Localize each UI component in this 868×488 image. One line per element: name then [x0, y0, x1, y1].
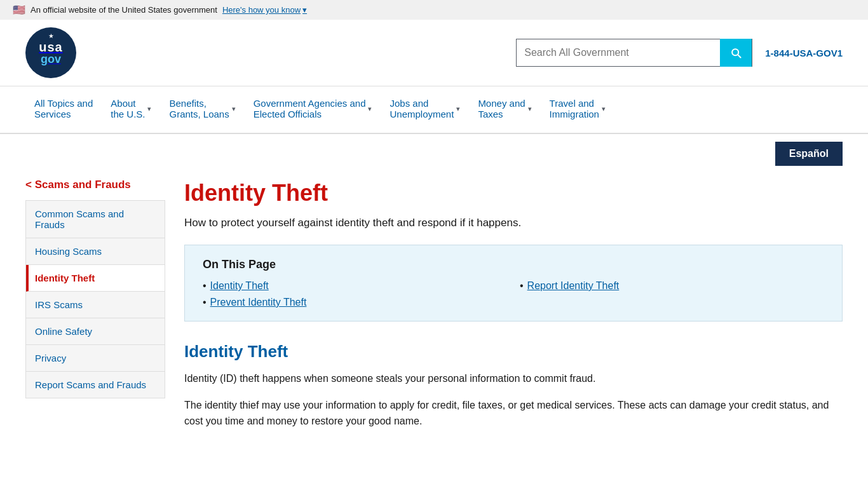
site-header: ★ usa gov 1-844-USA-GOV1 [0, 20, 868, 86]
section-heading-identity-theft: Identity Theft [184, 342, 843, 362]
chevron-icon: ▾ [456, 105, 460, 113]
logo-link[interactable]: ★ usa gov [25, 27, 76, 78]
sidebar-link-identity-theft[interactable]: Identity Theft [26, 265, 165, 292]
sidebar-link-online-safety[interactable]: Online Safety [26, 318, 165, 345]
on-this-page-link-item: Report Identity Theft [520, 280, 824, 292]
logo: ★ usa gov [25, 27, 76, 78]
main-content: Identity Theft How to protect yourself a… [184, 173, 843, 440]
star-icon: ★ [48, 32, 54, 39]
official-text: An official website of the United States… [31, 5, 217, 15]
sidebar-link-common-scams[interactable]: Common Scams and Frauds [26, 201, 165, 238]
sidebar-nav: Common Scams and Frauds Housing Scams Id… [25, 200, 165, 398]
sidebar-item-housing: Housing Scams [26, 238, 165, 265]
search-box [516, 39, 752, 67]
on-this-page-link-item: Prevent Identity Theft [203, 297, 507, 308]
search-input[interactable] [517, 39, 720, 66]
nav-item-benefits[interactable]: Benefits,Grants, Loans ▾ [160, 86, 244, 133]
nav-item-agencies[interactable]: Government Agencies andElected Officials… [245, 86, 381, 133]
search-area: 1-844-USA-GOV1 [516, 39, 843, 67]
search-button[interactable] [720, 39, 752, 67]
how-to-know-link[interactable]: Here's how you know ▾ [222, 5, 307, 15]
page-title: Identity Theft [184, 180, 843, 207]
lang-bar: Español [0, 134, 868, 173]
on-this-page-links: Identity Theft Report Identity Theft Pre… [203, 280, 824, 308]
sidebar-link-privacy[interactable]: Privacy [26, 345, 165, 372]
content-wrapper: < Scams and Frauds Common Scams and Frau… [0, 173, 868, 465]
sidebar-link-report[interactable]: Report Scams and Frauds [26, 372, 165, 398]
nav-item-jobs[interactable]: Jobs andUnemployment ▾ [381, 86, 469, 133]
on-this-page-heading: On This Page [203, 258, 824, 271]
search-icon [729, 46, 742, 59]
on-this-page-link-prevent[interactable]: Prevent Identity Theft [210, 297, 307, 308]
on-this-page-link-item: Identity Theft [203, 280, 507, 292]
chevron-icon: ▾ [602, 105, 606, 113]
chevron-icon: ▾ [232, 105, 236, 113]
chevron-icon: ▾ [368, 105, 372, 113]
logo-usa: usa [39, 41, 62, 53]
nav-item-all-topics[interactable]: All Topics andServices [25, 86, 102, 133]
nav-item-travel[interactable]: Travel andImmigration ▾ [541, 86, 614, 133]
on-this-page-link-identity-theft[interactable]: Identity Theft [210, 280, 269, 292]
chevron-icon: ▾ [147, 105, 151, 113]
sidebar-item-irs: IRS Scams [26, 292, 165, 318]
gov-banner: 🇺🇸 An official website of the United Sta… [0, 0, 868, 20]
main-nav: All Topics andServices Aboutthe U.S. ▾ B… [0, 86, 868, 134]
espanol-button[interactable]: Español [775, 142, 843, 166]
sidebar-item-online-safety: Online Safety [26, 318, 165, 345]
chevron-down-icon: ▾ [302, 5, 307, 15]
body-text-para1: Identity (ID) theft happens when someone… [184, 370, 843, 387]
phone-number-link[interactable]: 1-844-USA-GOV1 [765, 48, 843, 58]
sidebar-link-irs[interactable]: IRS Scams [26, 292, 165, 318]
flag-icon: 🇺🇸 [13, 4, 25, 16]
logo-gov: gov [41, 53, 61, 65]
on-this-page-link-report[interactable]: Report Identity Theft [527, 280, 620, 292]
nav-item-money[interactable]: Money andTaxes ▾ [469, 86, 540, 133]
page-subtitle: How to protect yourself against identity… [184, 217, 843, 229]
sidebar: < Scams and Frauds Common Scams and Frau… [25, 173, 165, 440]
sidebar-link-housing[interactable]: Housing Scams [26, 238, 165, 265]
logo-area: ★ usa gov [25, 27, 76, 78]
sidebar-item-privacy: Privacy [26, 345, 165, 372]
sidebar-item-identity-theft: Identity Theft [26, 265, 165, 292]
body-text-para2: The identity thief may use your informat… [184, 397, 843, 430]
nav-item-about-us[interactable]: Aboutthe U.S. ▾ [102, 86, 160, 133]
on-this-page-box: On This Page Identity Theft Report Ident… [184, 245, 843, 322]
chevron-icon: ▾ [528, 105, 532, 113]
sidebar-item-report: Report Scams and Frauds [26, 372, 165, 398]
sidebar-item-common-scams: Common Scams and Frauds [26, 201, 165, 238]
sidebar-parent-link[interactable]: < Scams and Frauds [25, 173, 165, 196]
